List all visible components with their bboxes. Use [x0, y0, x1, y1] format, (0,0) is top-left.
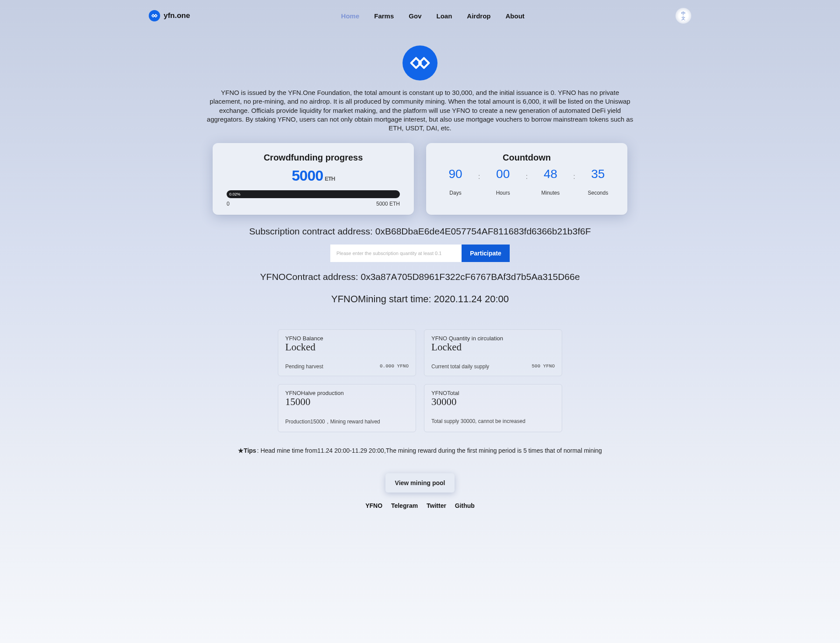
stats-grid: YFNO Balance Locked Pending harvest 0.00… — [276, 329, 564, 432]
description: YFNO is issued by the YFN.One Foundation… — [206, 88, 634, 139]
nav-loan[interactable]: Loan — [437, 12, 452, 20]
mining-time: YFNOMining start time: 2020.11.24 20:00 — [149, 294, 691, 305]
countdown-minutes: 48 — [537, 167, 564, 181]
nav-home[interactable]: Home — [341, 12, 360, 20]
hero: YFNO is issued by the YFN.One Foundation… — [149, 32, 691, 139]
footer-links: YFNO Telegram Twitter Github — [149, 502, 691, 527]
stat-halve-sublabel: Production15000，Mining reward halved — [285, 418, 380, 426]
nav-about[interactable]: About — [506, 12, 525, 20]
countdown-title: Countdown — [438, 153, 616, 163]
tips-label: ★Tips — [238, 447, 256, 454]
nav-airdrop[interactable]: Airdrop — [467, 12, 490, 20]
progress-min: 0 — [227, 201, 230, 207]
countdown-minutes-label: Minutes — [537, 190, 564, 196]
lang-line2: 文 — [681, 16, 686, 21]
crowdfunding-card: Crowdfunding progress 5000ETH 0.02% 0 50… — [213, 143, 414, 215]
cards-row: Crowdfunding progress 5000ETH 0.02% 0 50… — [149, 143, 691, 215]
view-mining-pool-button[interactable]: View mining pool — [385, 473, 455, 493]
stat-total: YFNOTotal 30000 Total supply 30000, cann… — [424, 384, 562, 432]
hero-icon — [402, 45, 438, 80]
stat-balance: YFNO Balance Locked Pending harvest 0.00… — [278, 329, 416, 376]
stat-balance-sublabel: Pending harvest — [285, 363, 323, 370]
main-nav: Home Farms Gov Loan Airdrop About — [190, 12, 676, 20]
progress-max: 5000 ETH — [376, 201, 400, 207]
subscription-address: Subscription contract address: 0xB68DbaE… — [149, 226, 691, 237]
stat-circ-title: YFNO Quantity in circulation — [431, 335, 555, 342]
footer-github[interactable]: Github — [455, 502, 475, 509]
footer-yfno[interactable]: YFNO — [365, 502, 382, 509]
countdown-days: 90 — [442, 167, 469, 181]
language-button[interactable]: 中 文 — [676, 8, 691, 24]
stat-circ-sublabel: Current total daily supply — [431, 363, 489, 370]
stat-halve-title: YFNOHalve production — [285, 390, 409, 396]
progress-pct: 0.02% — [229, 190, 241, 198]
countdown-hours: 00 — [490, 167, 516, 181]
contract-address: YFNOContract address: 0x3a87A705D8961F32… — [149, 272, 691, 282]
stat-halve-value: 15000 — [285, 396, 409, 408]
stat-circ-value: Locked — [431, 342, 555, 353]
logo-icon — [149, 10, 160, 21]
participate-button[interactable]: Participate — [462, 245, 510, 262]
lang-line1: 中 — [681, 11, 686, 16]
brand-text: yfn.one — [164, 11, 190, 20]
stat-total-sublabel: Total supply 30000, cannot be increased — [431, 418, 525, 424]
stat-total-title: YFNOTotal — [431, 390, 555, 396]
countdown-card: Countdown 90 Days : 00 Hours : 48 Minute… — [426, 143, 627, 215]
stat-balance-title: YFNO Balance — [285, 335, 409, 342]
crowdfunding-title: Crowdfunding progress — [224, 153, 402, 163]
stat-circulation: YFNO Quantity in circulation Locked Curr… — [424, 329, 562, 376]
countdown-hours-label: Hours — [490, 190, 516, 196]
tips-text: : Head mine time from11.24 20:00-11.29 2… — [257, 447, 602, 454]
subscription-input[interactable] — [330, 245, 462, 262]
footer-telegram[interactable]: Telegram — [391, 502, 418, 509]
countdown-seconds-label: Seconds — [585, 190, 611, 196]
colon: : — [478, 173, 480, 181]
countdown-days-label: Days — [442, 190, 469, 196]
stat-total-value: 30000 — [431, 396, 555, 408]
crowdfunding-unit: ETH — [325, 175, 335, 182]
crowdfunding-amount: 5000 — [292, 167, 323, 184]
countdown-seconds: 35 — [585, 167, 611, 181]
nav-gov[interactable]: Gov — [409, 12, 421, 20]
stat-circ-subvalue: 500 YFNO — [532, 363, 555, 370]
tips: ★Tips: Head mine time from11.24 20:00-11… — [149, 447, 691, 454]
logo[interactable]: yfn.one — [149, 10, 190, 21]
progress-bar: 0.02% 0 5000 ETH — [224, 190, 402, 207]
colon: : — [526, 173, 528, 181]
colon: : — [573, 173, 575, 181]
nav-farms[interactable]: Farms — [374, 12, 394, 20]
header: yfn.one Home Farms Gov Loan Airdrop Abou… — [149, 4, 691, 32]
stat-balance-value: Locked — [285, 342, 409, 353]
subscription-box: Participate — [149, 245, 691, 262]
footer-twitter[interactable]: Twitter — [427, 502, 446, 509]
stat-halve: YFNOHalve production 15000 Production150… — [278, 384, 416, 432]
stat-balance-subvalue: 0.000 YFNO — [380, 363, 409, 370]
